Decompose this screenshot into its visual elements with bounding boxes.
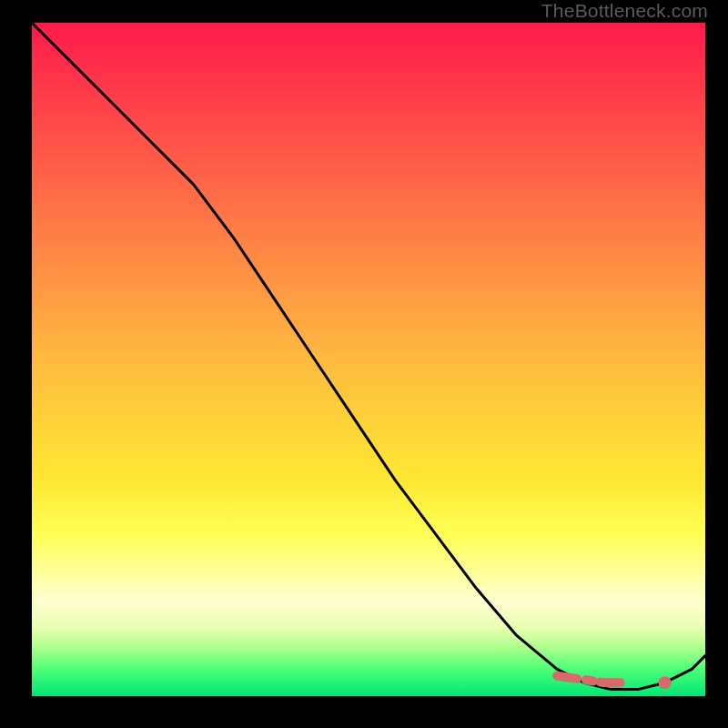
marker-dot — [659, 676, 672, 689]
highlight-smudge — [557, 676, 652, 682]
bottleneck-curve — [32, 23, 705, 690]
chart-svg — [32, 23, 705, 696]
plot-area — [32, 23, 705, 696]
watermark-text: TheBottleneck.com — [541, 0, 708, 22]
chart-frame: TheBottleneck.com — [0, 0, 728, 728]
